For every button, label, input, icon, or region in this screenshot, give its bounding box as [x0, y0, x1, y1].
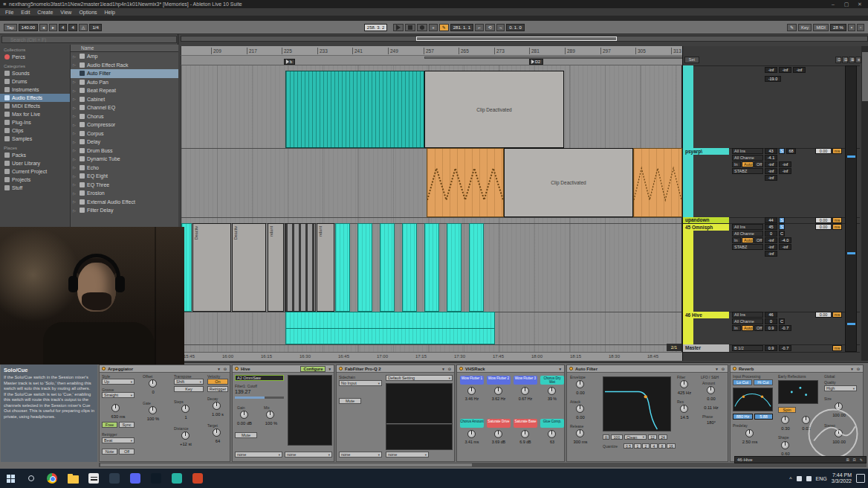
hot-swap-icon[interactable]: ⊙	[856, 367, 861, 371]
sidebar-item-projects[interactable]: Projects	[0, 176, 70, 184]
sidebar-item-instruments[interactable]: Instruments	[0, 86, 70, 94]
track5-monitor-off[interactable]: Off	[754, 325, 763, 331]
shape-knob[interactable]	[781, 441, 789, 449]
track4-send[interactable]: -inf	[765, 251, 777, 257]
browser-device-echo[interactable]: ▷Echo	[71, 164, 178, 173]
expand-arrow-icon[interactable]: ▷	[73, 123, 77, 127]
size-value[interactable]: 100.00	[827, 413, 851, 417]
morph-value[interactable]: 100	[611, 434, 623, 440]
audio-clip-orange[interactable]	[633, 148, 682, 217]
menu-help[interactable]: Help	[101, 10, 119, 15]
fabfilter-preset-chooser[interactable]: Default Setting▾	[386, 375, 453, 381]
track4-send[interactable]: -inf	[765, 237, 777, 243]
track2-monitor-off[interactable]: Off	[754, 161, 763, 167]
macro-knob-3[interactable]	[521, 387, 529, 395]
lfo-phase-value[interactable]: 180°	[699, 420, 723, 425]
track2-name[interactable]: psyarp\	[683, 148, 729, 155]
hive-mix-knob[interactable]	[266, 411, 274, 419]
sidebar-item-sounds[interactable]: Sounds	[0, 69, 70, 77]
menu-edit[interactable]: Edit	[17, 10, 33, 15]
start-button[interactable]	[0, 469, 21, 488]
track4-name[interactable]: 45 Omnisph	[683, 224, 729, 231]
hive-gain-value[interactable]: 0.00 dB	[233, 421, 256, 426]
track4-monitor-auto[interactable]: Auto	[742, 237, 754, 243]
io-section-toggle-icon[interactable]: ⊡	[835, 57, 841, 63]
locator-d2[interactable]: D2	[529, 59, 543, 65]
master-value[interactable]: -0.7	[779, 345, 791, 351]
track4-monitor-off[interactable]: Off	[754, 237, 763, 243]
track2-output-chooser[interactable]: STABZ	[732, 168, 763, 174]
detail-view-toggle-icon[interactable]: ✎	[859, 458, 864, 462]
nudge-down-button[interactable]: ◂	[39, 24, 48, 31]
arp-hold-note-button[interactable]: Note	[102, 449, 117, 455]
key-map-button[interactable]: Key	[798, 24, 812, 31]
audio-clip-orange[interactable]	[427, 148, 504, 217]
expand-arrow-icon[interactable]: ▷	[73, 182, 77, 187]
track5-input-chooser[interactable]: All Ins	[732, 312, 763, 318]
browser-device-eq-three[interactable]: ▷EQ Three	[71, 181, 178, 190]
browser-device-drum-buss[interactable]: ▷Drum Buss	[71, 147, 178, 155]
track1-send[interactable]: -inf	[779, 67, 791, 73]
macro-button-3[interactable]: Wow Flutter 3	[514, 376, 537, 385]
loop-button[interactable]: ⟲	[485, 24, 495, 31]
input-width-value[interactable]: 5.88	[754, 414, 773, 420]
hive-mute-button[interactable]: Mute	[235, 432, 257, 438]
arp-target-knob[interactable]	[213, 428, 221, 437]
input-freq-value[interactable]: 880 Hz	[733, 414, 753, 420]
fold-icon[interactable]: ▾	[558, 367, 562, 371]
predelay-value[interactable]: 2.50 ms	[738, 440, 762, 444]
track5-name[interactable]: 46 Hive	[683, 312, 729, 318]
master-track-name[interactable]: Master	[683, 344, 729, 352]
stereo-knob[interactable]	[835, 429, 843, 437]
browser-device-cabinet[interactable]: ▷Cabinet	[71, 95, 178, 104]
clip-teal-bar[interactable]	[447, 223, 461, 312]
size-knob[interactable]	[835, 402, 843, 411]
track2-send[interactable]: -inf	[765, 175, 777, 181]
maximize-button[interactable]: ▢	[841, 1, 852, 7]
arp-groove-chooser[interactable]: Straight▾	[102, 392, 135, 398]
time-ruler[interactable]: 15:45 16:00 16:15 16:30 16:45 17:00 17:1…	[181, 352, 682, 361]
set-locator-button[interactable]: Set	[684, 57, 699, 63]
arp-decay-value[interactable]: 1.00 s	[206, 412, 230, 417]
arpeggiator-header[interactable]: Arpeggiator ▾⊙	[100, 365, 230, 373]
scrollbar-thumb[interactable]	[100, 463, 472, 466]
track2-color-strip[interactable]	[683, 155, 693, 217]
browser-device-corpus[interactable]: ▷Corpus	[71, 129, 178, 138]
lfo-amount-value[interactable]: 0.00	[699, 396, 723, 401]
clock[interactable]: 7:44 PM 3/3/2022	[832, 472, 852, 484]
fold-icon[interactable]: ▾	[850, 367, 854, 371]
clip-gray-narrow[interactable]: ndant	[317, 223, 334, 312]
nudge-up-button[interactable]: ▸	[49, 24, 57, 31]
taskbar-chrome[interactable]	[42, 469, 62, 488]
browser-device-delay[interactable]: ▷Delay	[71, 138, 178, 147]
browser-device-external-audio-effect[interactable]: ▷External Audio Effect	[71, 198, 178, 207]
hive-slot-2[interactable]: none▾	[285, 452, 332, 458]
track2-send[interactable]: -inf	[779, 161, 791, 167]
track2-send[interactable]: -inf	[765, 161, 777, 167]
track3-name[interactable]: upandown	[683, 217, 729, 223]
sidebar-item-packs[interactable]: Packs	[0, 151, 70, 159]
track5-monitor-auto[interactable]: Auto	[742, 325, 754, 331]
fabfilter-header[interactable]: FabFilter Pro-Q 2 ▾⊙	[337, 365, 454, 373]
tray-expand-button[interactable]: ^	[789, 476, 791, 481]
arp-distance-knob[interactable]	[181, 431, 190, 440]
tray-icon[interactable]	[797, 476, 802, 481]
browser-device-auto-pan[interactable]: ▷Auto Pan	[71, 78, 178, 87]
track5-monitor-in[interactable]: In	[732, 325, 741, 331]
notification-center-icon[interactable]	[856, 474, 865, 483]
clip-teal-bar[interactable]	[402, 223, 417, 312]
attack-value[interactable]: 0.00	[569, 415, 592, 420]
macro-knob-7[interactable]	[521, 430, 529, 438]
close-button[interactable]: ✕	[855, 1, 865, 7]
track4-color-strip[interactable]	[683, 231, 693, 312]
expand-arrow-icon[interactable]: ▷	[73, 97, 77, 101]
returns-toggle-icon[interactable]: ≡	[855, 57, 861, 63]
macro-button-8[interactable]: Glue Comp.	[540, 419, 564, 428]
track2-input-chooser[interactable]: All Ins	[732, 148, 763, 154]
taskbar-ableton-live[interactable]	[83, 469, 104, 488]
browser-device-audio-effect-rack[interactable]: ▷Audio Effect Rack	[71, 61, 178, 70]
minimize-button[interactable]: –	[828, 1, 838, 7]
search-input[interactable]	[1, 36, 177, 43]
quantize-menu[interactable]: 1/4	[89, 24, 101, 31]
macro-knob-4[interactable]	[548, 387, 556, 395]
